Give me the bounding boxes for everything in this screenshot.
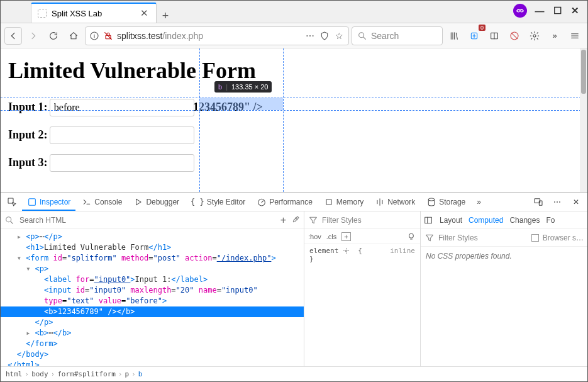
computed-filter-label[interactable]: Filter Styles [438,233,528,242]
window-buttons: — ☐ ✕ [513,4,587,23]
svg-point-18 [345,250,347,252]
dom-tree[interactable]: ▸ <p>⋯</p> <h1>Limited Vulnerable Form</… [1,229,304,366]
tab-inspector[interactable]: Inspector [22,193,75,211]
search-placeholder: Search [371,31,399,41]
more-icon[interactable]: ⋯ [304,31,316,41]
bookmark-star-icon[interactable]: ☆ [333,31,345,41]
svg-point-4 [359,32,364,37]
tab-storage[interactable]: Storage [421,193,470,211]
form-row-1: Input 1: 123456789" /> [8,99,580,116]
devtools-tabstrip: Inspector Console Debugger { }Style Edit… [1,193,587,211]
dom-breadcrumb[interactable]: html› body› form#splitform› p› b [1,366,587,381]
search-bar[interactable]: Search [352,26,443,45]
highlight-tooltip: b | 133.35 × 20 [214,81,272,93]
lock-strike-icon [103,31,113,41]
svg-point-17 [409,233,414,238]
tab-performance[interactable]: Performance [252,193,318,211]
svg-rect-19 [425,217,432,223]
gear-icon[interactable] [526,27,543,45]
notification-badge: 0 [479,25,485,31]
close-button[interactable]: ✕ [570,5,580,16]
tooltip-dims: 133.35 × 20 [231,83,268,91]
tab-console[interactable]: Console [77,193,127,211]
browser-styles-checkbox[interactable] [531,234,539,242]
maximize-button[interactable]: ☐ [552,5,562,16]
dom-search-input[interactable] [18,215,277,225]
page-heading: Limited Vulnerable Form [8,57,580,84]
input1-field[interactable] [50,99,194,116]
info-icon [89,31,99,41]
forward-button[interactable] [25,27,42,45]
element-picker-icon[interactable] [3,193,21,211]
nav-toolbar: splitxss.test/index.php ⋯ ☆ Search 0 » [1,23,587,48]
new-tab-button[interactable]: + [157,9,174,23]
library-icon[interactable] [445,27,463,45]
rules-filter-label[interactable]: Filter Styles [322,216,416,225]
svg-point-16 [6,216,11,222]
devtools-close-icon[interactable]: ✕ [567,193,585,211]
tab-network[interactable]: Network [370,193,420,211]
rules-pane: Filter Styles :hov .cls + element {inlin… [304,211,421,366]
input1-label: Input 1: [8,101,48,113]
tab-changes[interactable]: Changes [509,216,540,225]
minimize-button[interactable]: — [535,6,545,16]
filter-icon [308,215,318,225]
back-button[interactable] [4,27,22,45]
highlight-guide-h-top [1,98,587,98]
input2-label: Input 2: [8,128,48,141]
home-button[interactable] [65,27,82,45]
updates-icon[interactable]: 0 [465,27,483,45]
tab-layout[interactable]: Layout [440,216,462,225]
overflow-icon[interactable]: » [546,27,563,45]
highlight-box [199,98,283,110]
shield-icon[interactable] [319,31,330,41]
reader-icon[interactable] [485,27,503,45]
tab-memory[interactable]: Memory [319,193,369,211]
devtools-panel: Inspector Console Debugger { }Style Edit… [1,192,587,381]
reload-button[interactable] [45,27,62,45]
menu-icon[interactable] [566,27,584,45]
search-icon [4,215,14,225]
add-rule-icon[interactable]: + [341,232,350,241]
titlebar: Split XSS Lab ✕ + — ☐ ✕ [1,1,587,23]
light-icon[interactable] [406,232,416,242]
hov-toggle[interactable]: :hov [308,233,321,240]
svg-point-8 [533,35,536,37]
highlight-guide-v-right [283,48,284,192]
add-node-icon[interactable]: + [280,215,286,226]
browser-styles-label: Browser s… [543,233,584,242]
tab-title: Split XSS Lab [52,9,102,18]
viewport-scrollbar[interactable] [580,48,587,192]
dom-search-bar: + [1,211,304,229]
browser-tab[interactable]: Split XSS Lab ✕ [31,3,157,23]
filter-icon [424,233,435,243]
tab-overflow[interactable]: » [472,193,486,211]
input3-label: Input 3: [8,156,48,169]
browser-window: Split XSS Lab ✕ + — ☐ ✕ splitxs [0,0,588,382]
tab-debugger[interactable]: Debugger [128,193,184,211]
scrollbar-thumb[interactable] [581,50,586,94]
search-icon [357,31,367,41]
input2-field[interactable] [50,126,194,144]
devtools-more-icon[interactable]: ⋯ [548,193,566,211]
eyedropper-icon[interactable] [290,215,300,225]
sidebar-toggle-icon[interactable] [423,215,433,225]
highlight-guide-v-left [199,48,200,192]
tab-computed[interactable]: Computed [469,216,503,225]
input3-field[interactable] [50,154,194,172]
tab-style-editor[interactable]: { }Style Editor [186,193,250,211]
computed-empty-msg: No CSS properties found. [421,247,587,266]
tab-fonts[interactable]: Fo [546,216,555,225]
favicon-icon [38,9,47,18]
highlight-guide-h-bot [1,110,587,111]
url-bar[interactable]: splitxss.test/index.php ⋯ ☆ [85,26,349,45]
form-row-3: Input 3: [8,154,580,172]
responsive-mode-icon[interactable] [530,193,547,211]
rules-body: element {inline } [304,244,420,266]
noscript-icon[interactable] [506,27,523,45]
tab-close-button[interactable]: ✕ [139,8,150,19]
svg-rect-10 [29,198,36,205]
cls-toggle[interactable]: .cls [326,233,337,240]
page-viewport: Limited Vulnerable Form Input 1: 1234567… [1,48,587,192]
form-row-2: Input 2: [8,126,580,144]
